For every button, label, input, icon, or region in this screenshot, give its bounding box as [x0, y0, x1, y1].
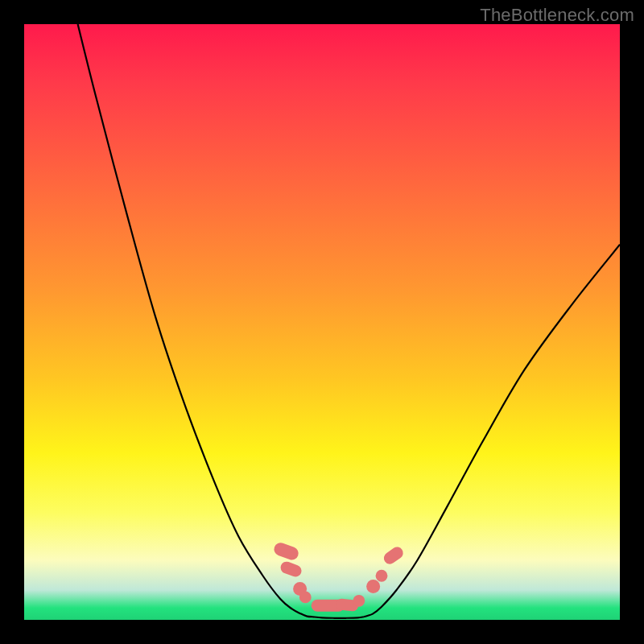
chart-svg — [24, 24, 620, 620]
plot-area — [24, 24, 620, 620]
marker-circle — [353, 595, 365, 607]
watermark-text: TheBottleneck.com — [480, 5, 634, 26]
marker-circle — [376, 570, 388, 582]
marker-stadium — [272, 541, 300, 562]
outer-frame: TheBottleneck.com — [0, 0, 644, 644]
bottom-flat-curve — [313, 617, 364, 618]
marker-circle — [299, 591, 312, 603]
right-curve — [364, 245, 620, 617]
marker-stadium — [382, 545, 406, 567]
marker-circle — [366, 580, 380, 593]
marker-stadium — [279, 560, 303, 579]
left-curve — [78, 24, 313, 617]
marker-group — [272, 541, 405, 612]
